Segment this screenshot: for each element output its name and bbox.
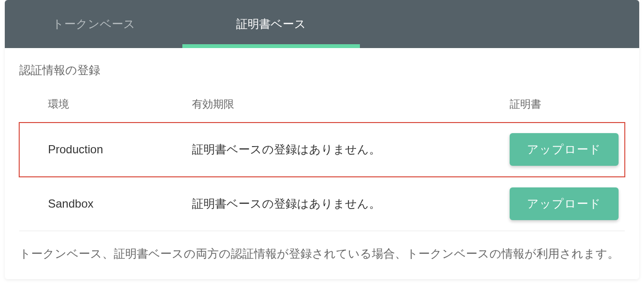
row-action: アップロード — [510, 187, 625, 220]
cert-table: 環境 有効期限 証明書 Production 証明書ベースの登録はありません。 … — [19, 97, 625, 231]
section-title: 認証情報の登録 — [19, 62, 625, 78]
table-row: Sandbox 証明書ベースの登録はありません。 アップロード — [19, 177, 625, 231]
column-environment: 環境 — [48, 97, 192, 111]
column-certificate: 証明書 — [510, 97, 625, 111]
table-row: Production 証明書ベースの登録はありません。 アップロード — [19, 123, 625, 177]
tab-content: 認証情報の登録 環境 有効期限 証明書 Production 証明書ベースの登録… — [5, 48, 639, 279]
table-header: 環境 有効期限 証明書 — [19, 97, 625, 123]
tab-bar: トークンベース 証明書ベース — [5, 0, 639, 48]
row-status: 証明書ベースの登録はありません。 — [192, 142, 510, 157]
settings-card: トークンベース 証明書ベース 認証情報の登録 環境 有効期限 証明書 Produ… — [5, 0, 639, 279]
row-environment-production: Production — [48, 143, 192, 156]
upload-button-sandbox[interactable]: アップロード — [510, 187, 619, 220]
row-action: アップロード — [510, 133, 625, 166]
row-status: 証明書ベースの登録はありません。 — [192, 196, 510, 211]
upload-button-production[interactable]: アップロード — [510, 133, 619, 166]
tab-token-base[interactable]: トークンベース — [5, 0, 182, 48]
info-note: トークンベース、証明書ベースの両方の認証情報が登録されている場合、トークンベース… — [19, 243, 625, 265]
tab-certificate-base[interactable]: 証明書ベース — [182, 0, 360, 48]
column-expiry: 有効期限 — [192, 97, 510, 111]
row-environment-sandbox: Sandbox — [48, 197, 192, 210]
